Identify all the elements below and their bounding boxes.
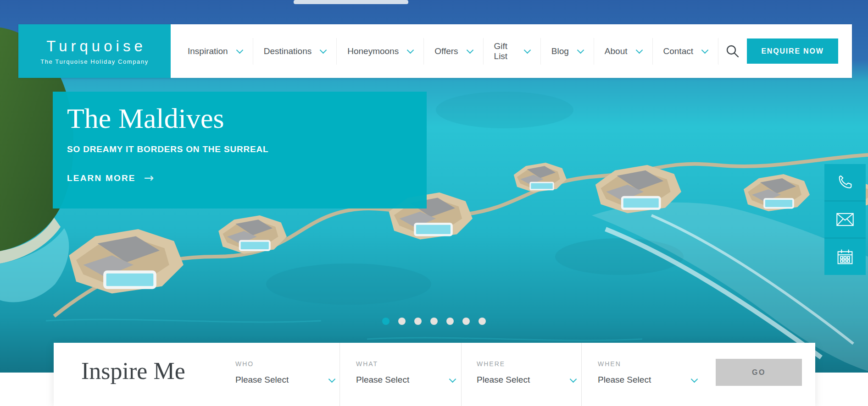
chevron-down-icon [691,375,698,383]
field-what: WHAT Please Select [356,360,455,385]
chevron-down-icon [701,46,709,54]
carousel-dot-3[interactable] [414,318,422,325]
field-who-select[interactable]: Please Select [235,375,334,385]
nav-item-label: Inspiration [188,46,228,56]
chevron-down-icon [407,46,414,54]
chevron-down-icon [449,375,456,383]
email-icon [836,212,854,227]
chevron-down-icon [524,46,531,54]
nav-item-about[interactable]: About [594,38,653,65]
enquire-now-button[interactable]: ENQUIRE NOW [747,38,838,64]
nav-item-destinations[interactable]: Destinations [253,38,337,65]
field-where-label: WHERE [477,360,576,368]
chevron-down-icon [328,375,336,383]
brand-name: Turquoise [46,38,146,55]
header: Turquoise The Turquoise Holiday Company … [18,24,852,78]
field-what-value: Please Select [356,375,409,385]
nav-item-label: Offers [434,46,458,56]
nav-item-gift-list[interactable]: Gift List [484,38,541,65]
hero-card: The Maldives SO DREAMY IT BORDERS ON THE… [53,92,427,208]
brand-tagline: The Turquoise Holiday Company [40,58,149,65]
learn-more-link[interactable]: LEARN MORE → [67,173,154,184]
page: Turquoise The Turquoise Holiday Company … [0,0,868,406]
phone-contact-button[interactable] [824,164,866,201]
chevron-down-icon [236,46,243,54]
field-who-label: WHO [235,360,334,368]
contact-rail [824,164,866,275]
field-what-select[interactable]: Please Select [356,375,455,385]
nav-item-blog[interactable]: Blog [541,38,594,65]
carousel-dot-7[interactable] [479,318,486,325]
chevron-down-icon [320,46,327,54]
carousel-dot-1[interactable] [382,318,389,325]
carousel-dot-6[interactable] [462,318,470,325]
inspire-me-heading: Inspire Me [81,357,185,384]
field-when: WHEN Please Select [598,360,697,385]
search-icon [726,44,740,58]
nav-item-inspiration[interactable]: Inspiration [177,38,253,65]
calendar-icon [836,247,854,266]
nav-item-label: Blog [551,46,569,56]
learn-more-label: LEARN MORE [67,173,136,183]
nav-item-label: Destinations [264,46,312,56]
divider [581,343,582,406]
field-who-value: Please Select [235,375,289,385]
brand-logo[interactable]: Turquoise The Turquoise Holiday Company [18,24,171,78]
email-contact-button[interactable] [824,201,866,238]
phone-icon [836,174,854,191]
field-what-label: WHAT [356,360,455,368]
field-where-value: Please Select [477,375,530,385]
chevron-down-icon [577,46,584,54]
go-button[interactable]: GO [716,359,802,386]
carousel-dot-2[interactable] [398,318,406,325]
inspire-me-panel: Inspire Me WHO Please Select WHAT Please… [54,343,815,406]
chevron-down-icon [466,46,473,54]
carousel-dot-4[interactable] [430,318,438,325]
chevron-down-icon [570,375,577,383]
arrow-right-icon: → [144,172,154,184]
divider [461,343,462,406]
field-where: WHERE Please Select [477,360,576,385]
nav-item-label: Gift List [494,41,516,61]
hero-subtitle: SO DREAMY IT BORDERS ON THE SURREAL [67,144,427,154]
nav-item-offers[interactable]: Offers [424,38,483,65]
calendar-contact-button[interactable] [824,238,866,275]
nav-item-contact[interactable]: Contact [653,38,718,65]
search-button[interactable] [718,24,747,78]
field-when-label: WHEN [598,360,697,368]
field-where-select[interactable]: Please Select [477,375,576,385]
nav-item-label: About [605,46,628,56]
chevron-down-icon [635,46,643,54]
carousel-dots [0,318,868,325]
hero-title: The Maldives [67,103,427,134]
nav-item-label: Contact [663,46,693,56]
carousel-dot-5[interactable] [446,318,454,325]
field-when-select[interactable]: Please Select [598,375,697,385]
main-nav: Inspiration Destinations Honeymoons Offe… [171,24,718,78]
nav-item-label: Honeymoons [347,46,399,56]
nav-item-honeymoons[interactable]: Honeymoons [337,38,424,65]
field-when-value: Please Select [598,375,651,385]
divider [339,343,340,406]
field-who: WHO Please Select [235,360,334,385]
